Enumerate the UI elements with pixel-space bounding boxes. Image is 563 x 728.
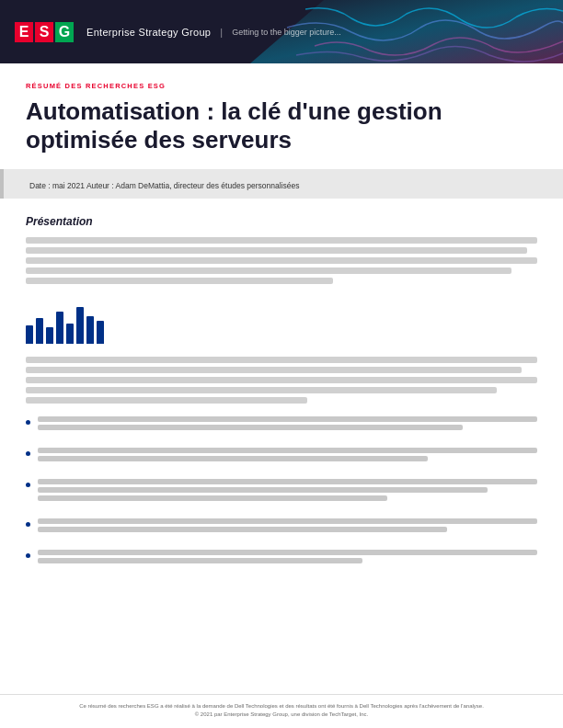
bullet-line bbox=[38, 527, 447, 532]
date-bar: Date : mai 2021 Auteur : Adam DeMattia, … bbox=[0, 169, 563, 199]
header-tagline: Getting to the bigger picture... bbox=[232, 28, 341, 37]
bullet-dot bbox=[26, 451, 30, 456]
bullet-text bbox=[38, 518, 537, 535]
text-line bbox=[26, 267, 511, 274]
company-name: Enterprise Strategy Group bbox=[86, 27, 211, 38]
bar-4 bbox=[56, 312, 63, 344]
text-line bbox=[26, 377, 537, 383]
text-line bbox=[26, 278, 333, 284]
bullet-dot bbox=[26, 420, 30, 425]
footer-text-line2: © 2021 par Enterprise Strategy Group, un… bbox=[26, 711, 537, 719]
body-text-block-2 bbox=[26, 357, 537, 404]
text-line bbox=[26, 367, 522, 373]
research-label: RÉSUMÉ DES RECHERCHES ESG bbox=[26, 82, 537, 90]
bullet-text bbox=[38, 550, 537, 566]
bullet-item bbox=[26, 518, 537, 535]
header-divider: | bbox=[220, 27, 223, 38]
chart-area bbox=[26, 293, 537, 344]
bullet-item bbox=[26, 416, 537, 433]
logo-e: E bbox=[15, 22, 33, 42]
bullet-text bbox=[38, 479, 537, 504]
bullet-line bbox=[38, 416, 537, 422]
bullet-line bbox=[38, 448, 537, 453]
bullet-line bbox=[38, 479, 537, 484]
bullet-line bbox=[38, 558, 362, 563]
bullet-item bbox=[26, 479, 537, 504]
bar-1 bbox=[26, 325, 33, 344]
date-bar-text: Date : mai 2021 Auteur : Adam DeMattia, … bbox=[29, 181, 299, 190]
bullet-text bbox=[38, 448, 537, 464]
bullet-section bbox=[26, 416, 537, 566]
bar-2 bbox=[36, 318, 43, 344]
text-line bbox=[26, 247, 527, 254]
bar-chart bbox=[26, 307, 104, 344]
text-line bbox=[26, 387, 497, 393]
logo-g: G bbox=[55, 22, 74, 42]
bar-7 bbox=[86, 316, 94, 344]
footer-text-line1: Ce résumé des recherches ESG a été réali… bbox=[26, 702, 537, 711]
logo-s: S bbox=[35, 22, 53, 42]
bullet-line bbox=[38, 487, 488, 493]
bar-5 bbox=[66, 324, 74, 344]
esg-logo: E S G bbox=[15, 22, 74, 42]
bullet-line bbox=[38, 425, 463, 430]
page-header: E S G Enterprise Strategy Group | Gettin… bbox=[0, 0, 563, 63]
bullet-dot bbox=[26, 483, 30, 487]
text-line bbox=[26, 397, 307, 404]
bullet-line bbox=[38, 456, 428, 461]
text-line bbox=[26, 257, 537, 264]
bullet-line bbox=[38, 495, 387, 501]
text-line bbox=[26, 237, 537, 244]
title-section: RÉSUMÉ DES RECHERCHES ESG Automatisation… bbox=[0, 63, 563, 169]
bullet-text bbox=[38, 416, 537, 433]
bar-8 bbox=[97, 321, 104, 344]
bullet-dot bbox=[26, 553, 30, 558]
text-line bbox=[26, 357, 537, 363]
main-title: Automatisation : la clé d'une gestion op… bbox=[26, 97, 537, 154]
bullet-line bbox=[38, 518, 537, 524]
bar-6 bbox=[76, 307, 84, 344]
bullet-dot bbox=[26, 522, 30, 527]
bullet-item bbox=[26, 550, 537, 566]
main-content: Présentation bbox=[0, 199, 563, 590]
section-title: Présentation bbox=[26, 215, 537, 228]
bar-3 bbox=[46, 327, 53, 344]
page-footer: Ce résumé des recherches ESG a été réali… bbox=[0, 694, 563, 728]
bullet-item bbox=[26, 448, 537, 464]
bullet-line bbox=[38, 550, 537, 555]
body-text-block bbox=[26, 237, 537, 284]
